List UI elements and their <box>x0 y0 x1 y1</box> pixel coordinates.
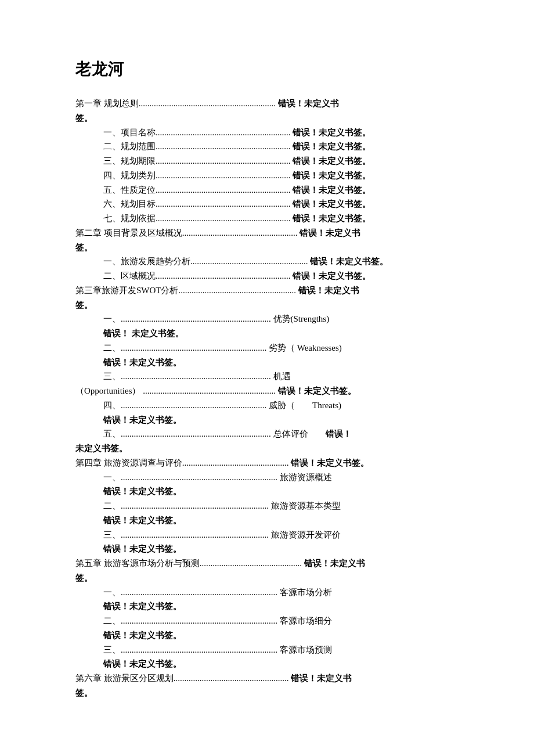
toc-ch4-i3-err: 错误！未定义书签。 <box>75 542 459 556</box>
toc-ch5-i2: 二、......................................… <box>75 614 459 628</box>
toc-ch5-i1-err: 错误！未定义书签。 <box>75 599 459 614</box>
toc-ch2-i2: 二、区域概况..................................… <box>75 269 459 283</box>
toc-ch5-cont: 签。 <box>75 571 459 585</box>
toc-ch6: 第六章 旅游景区分区规划............................… <box>75 671 459 686</box>
toc-ch6-cont: 签。 <box>75 686 459 700</box>
toc-ch5-i1: 一、......................................… <box>75 585 459 600</box>
toc-ch1-cont: 签。 <box>75 111 459 125</box>
toc-ch5: 第五章 旅游客源市场分析与预测.........................… <box>75 556 459 571</box>
toc-ch1-i6: 六、规划目标..................................… <box>75 197 459 211</box>
toc-ch2: 第二章 项目背景及区域概况...........................… <box>75 226 459 240</box>
toc-ch2-cont: 签。 <box>75 240 459 255</box>
toc-ch3-i1-err: 错误！ 未定义书签。 <box>75 326 459 341</box>
toc-ch3: 第三章旅游开发SWOT分析...........................… <box>75 283 459 298</box>
document-title: 老龙河 <box>75 58 459 80</box>
toc-dots: ........................................… <box>139 99 276 108</box>
toc-ch1-title: 第一章 规划总则 <box>75 99 139 108</box>
toc-ch4-i2-err: 错误！未定义书签。 <box>75 513 459 528</box>
toc-ch4-i3: 三、......................................… <box>75 528 459 542</box>
toc-ch3-i5: 五、......................................… <box>75 427 459 441</box>
toc-ch1-i1: 一、项目名称..................................… <box>75 125 459 140</box>
toc-ch4-i1-err: 错误！未定义书签。 <box>75 484 459 499</box>
toc-ch4-i1: 一、......................................… <box>75 470 459 485</box>
toc-ch3-i4: 四、......................................… <box>75 398 459 413</box>
toc-ch3-i3-opp: （Opportunities） ........................… <box>75 384 459 398</box>
toc-ch1-i2: 二、规划范围..................................… <box>75 139 459 154</box>
toc-error: 错误！未定义书 <box>278 99 339 108</box>
toc-ch3-i5-err: 未定义书签。 <box>75 441 459 456</box>
toc-ch4: 第四章 旅游资源调查与评价...........................… <box>75 456 459 470</box>
toc-ch1-i4: 四、规划类别..................................… <box>75 168 459 183</box>
toc-ch3-i4-err: 错误！未定义书签。 <box>75 413 459 427</box>
toc-ch1: 第一章 规划总则................................… <box>75 96 459 111</box>
toc-ch3-cont: 签。 <box>75 298 459 312</box>
toc-ch5-i3: 三、......................................… <box>75 643 459 657</box>
toc-ch3-i2-err: 错误！未定义书签。 <box>75 355 459 370</box>
toc-ch3-i3: 三、......................................… <box>75 369 459 384</box>
toc-ch1-i5: 五、性质定位..................................… <box>75 183 459 197</box>
toc-ch5-i2-err: 错误！未定义书签。 <box>75 628 459 643</box>
toc-ch3-i1: 一、......................................… <box>75 312 459 326</box>
toc-ch1-i7: 七、规划依据..................................… <box>75 211 459 226</box>
toc-ch5-i3-err: 错误！未定义书签。 <box>75 657 459 671</box>
toc-ch3-i2: 二、......................................… <box>75 341 459 355</box>
toc-ch2-i1: 一、旅游发展趋势分析..............................… <box>75 254 459 269</box>
toc-ch1-i3: 三、规划期限..................................… <box>75 154 459 168</box>
toc-ch4-i2: 二、......................................… <box>75 499 459 513</box>
